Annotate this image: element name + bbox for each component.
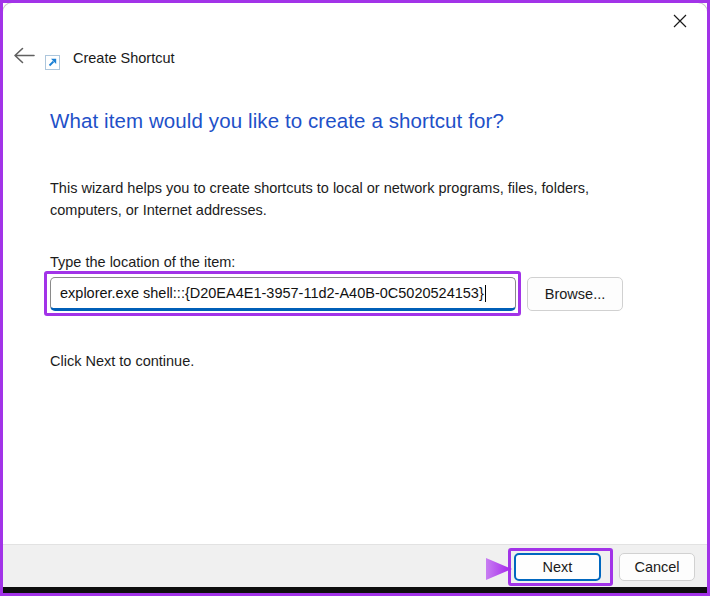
location-input[interactable]: explorer.exe shell:::{D20EA4E1-3957-11d2… xyxy=(50,277,516,311)
window-title: Create Shortcut xyxy=(73,50,175,66)
back-arrow-icon xyxy=(13,47,36,67)
location-input-value: explorer.exe shell:::{D20EA4E1-3957-11d2… xyxy=(60,285,484,301)
next-button[interactable]: Next xyxy=(514,553,601,581)
close-button[interactable] xyxy=(663,9,697,35)
shortcut-overlay-icon xyxy=(45,55,60,70)
page-title: What item would you like to create a sho… xyxy=(50,109,504,133)
close-icon xyxy=(672,13,688,32)
text-caret xyxy=(485,285,487,302)
footer-bar xyxy=(0,544,710,588)
location-label: Type the location of the item: xyxy=(50,254,235,270)
window-corner xyxy=(2,2,17,17)
hint-text: Click Next to continue. xyxy=(50,353,194,369)
cancel-button[interactable]: Cancel xyxy=(619,553,695,581)
window-bottom-edge xyxy=(0,587,710,594)
wizard-description: This wizard helps you to create shortcut… xyxy=(50,177,656,221)
create-shortcut-window: Create Shortcut What item would you like… xyxy=(0,0,710,596)
browse-button[interactable]: Browse... xyxy=(527,277,623,311)
back-button[interactable] xyxy=(11,46,37,68)
